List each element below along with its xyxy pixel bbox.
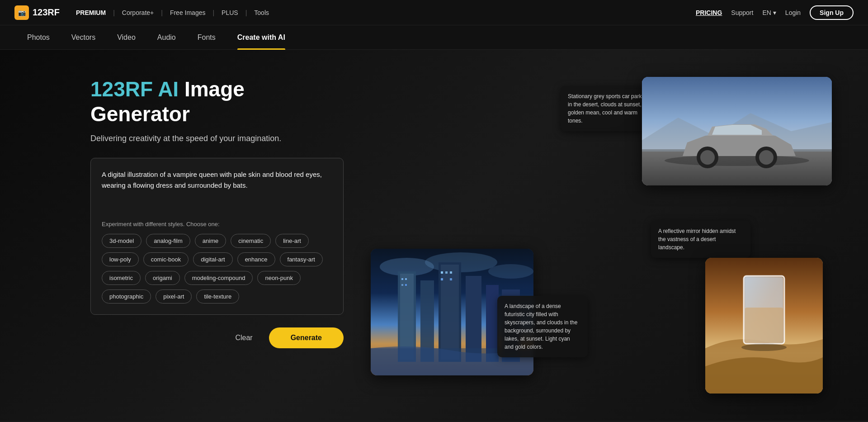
generate-button[interactable]: Generate: [269, 327, 344, 348]
svg-rect-19: [401, 278, 403, 280]
svg-point-2: [665, 155, 809, 166]
nav-video-label: Video: [117, 33, 136, 42]
hero-title: 123RF AI Image Generator: [90, 77, 344, 127]
tooltip-mirror: A reflective mirror hidden amidst the va…: [651, 221, 750, 258]
style-tag-cinematic[interactable]: cinematic: [231, 234, 271, 248]
left-panel: 123RF AI Image Generator Delivering crea…: [90, 77, 344, 403]
prompt-box: Experiment with different styles. Choose…: [90, 158, 344, 315]
nav-tools[interactable]: Tools: [249, 9, 274, 16]
svg-rect-32: [745, 308, 783, 342]
style-tag-origami[interactable]: origami: [145, 271, 180, 285]
separator-2: |: [161, 9, 163, 16]
login-link[interactable]: Login: [785, 9, 801, 16]
prompt-textarea[interactable]: [102, 169, 332, 219]
style-tag-enhance[interactable]: enhance: [237, 252, 275, 266]
svg-rect-20: [405, 278, 407, 280]
top-bar-left: 📷 123RF PREMIUM | Corporate+ | Free Imag…: [14, 5, 274, 20]
logo[interactable]: 📷 123RF: [14, 5, 60, 20]
svg-rect-25: [450, 271, 452, 274]
top-nav: PREMIUM | Corporate+ | Free Images | PLU…: [71, 9, 274, 16]
style-tags: 3d-modelanalog-filmanimecinematicline-ar…: [102, 234, 332, 303]
style-tag-isometric[interactable]: isometric: [102, 271, 141, 285]
nav-fonts-label: Fonts: [198, 33, 216, 42]
style-tag-comic-book[interactable]: comic-book: [143, 252, 189, 266]
hero-subtitle: Delivering creativity at the speed of yo…: [90, 134, 344, 143]
style-tag-anime[interactable]: anime: [195, 234, 226, 248]
svg-rect-23: [441, 271, 443, 274]
style-tag-analog-film[interactable]: analog-film: [146, 234, 190, 248]
main-nav: Photos Vectors Video Audio Fonts Create …: [0, 25, 868, 50]
nav-corporate-plus[interactable]: Corporate+: [117, 9, 159, 16]
style-tag-pixel-art[interactable]: pixel-art: [156, 289, 192, 303]
style-tag-photographic[interactable]: photographic: [102, 289, 151, 303]
separator-1: |: [113, 9, 115, 16]
hero-title-brand: 123RF AI: [90, 77, 179, 101]
nav-plus[interactable]: PLUS: [216, 9, 244, 16]
style-tag-neon-punk[interactable]: neon-punk: [257, 271, 300, 285]
style-label: Experiment with different styles. Choose…: [102, 221, 332, 228]
nav-item-create-with-ai[interactable]: Create with AI: [228, 25, 294, 50]
nav-premium[interactable]: PREMIUM: [71, 9, 111, 16]
svg-point-4: [700, 150, 715, 165]
lang-selector[interactable]: EN ▾: [762, 9, 776, 16]
image-card-mirror: [705, 258, 823, 394]
nav-photos-label: Photos: [27, 33, 50, 42]
nav-item-vectors[interactable]: Vectors: [62, 25, 104, 50]
style-tag-line-art[interactable]: line-art: [275, 234, 309, 248]
svg-rect-26: [441, 278, 443, 280]
logo-text: 123RF: [33, 7, 60, 18]
logo-icon: 📷: [14, 5, 29, 20]
action-row: Clear Generate: [90, 327, 344, 348]
top-bar-right: PRICING Support EN ▾ Login Sign Up: [696, 5, 854, 20]
nav-item-video[interactable]: Video: [108, 25, 145, 50]
svg-point-10: [488, 264, 533, 279]
top-bar: 📷 123RF PREMIUM | Corporate+ | Free Imag…: [0, 0, 868, 25]
pricing-link[interactable]: PRICING: [696, 9, 722, 16]
nav-audio-label: Audio: [157, 33, 176, 42]
style-tag-tile-texture[interactable]: tile-texture: [196, 289, 239, 303]
style-tag-fantasy-art[interactable]: fantasy-art: [280, 252, 323, 266]
chevron-down-icon: ▾: [773, 9, 776, 16]
lang-label: EN: [762, 9, 771, 16]
separator-3: |: [212, 9, 214, 16]
main-content: 123RF AI Image Generator Delivering crea…: [0, 50, 868, 421]
clear-button[interactable]: Clear: [228, 329, 259, 346]
svg-rect-24: [445, 271, 448, 274]
svg-rect-22: [405, 284, 407, 286]
style-tag-digital-art[interactable]: digital-art: [193, 252, 232, 266]
nav-vectors-label: Vectors: [71, 33, 95, 42]
style-tag-modeling-compound[interactable]: modeling-compound: [184, 271, 253, 285]
mirror-visual: [705, 258, 823, 394]
nav-item-photos[interactable]: Photos: [18, 25, 59, 50]
nav-free-images[interactable]: Free Images: [165, 9, 211, 16]
tooltip-city-text: A landscape of a dense futuristic city f…: [505, 303, 577, 350]
car-visual: [642, 77, 832, 185]
svg-point-6: [759, 150, 774, 165]
svg-rect-21: [401, 284, 403, 286]
tooltip-car-text: Stationary grey sports car parked in the…: [568, 93, 648, 124]
support-link[interactable]: Support: [731, 9, 753, 16]
svg-rect-27: [450, 278, 452, 280]
right-panel: Stationary grey sports car parked in the…: [371, 77, 832, 403]
separator-4: |: [245, 9, 247, 16]
style-tag-3d-model[interactable]: 3d-model: [102, 234, 142, 248]
signup-button[interactable]: Sign Up: [810, 5, 854, 20]
nav-create-ai-label: Create with AI: [237, 33, 285, 42]
tooltip-mirror-text: A reflective mirror hidden amidst the va…: [658, 228, 736, 251]
nav-item-audio[interactable]: Audio: [148, 25, 185, 50]
tooltip-city: A landscape of a dense futuristic city f…: [497, 296, 588, 357]
style-tag-low-poly[interactable]: low-poly: [102, 252, 139, 266]
svg-point-33: [741, 344, 787, 351]
image-card-car: [642, 77, 832, 185]
nav-item-fonts[interactable]: Fonts: [189, 25, 225, 50]
